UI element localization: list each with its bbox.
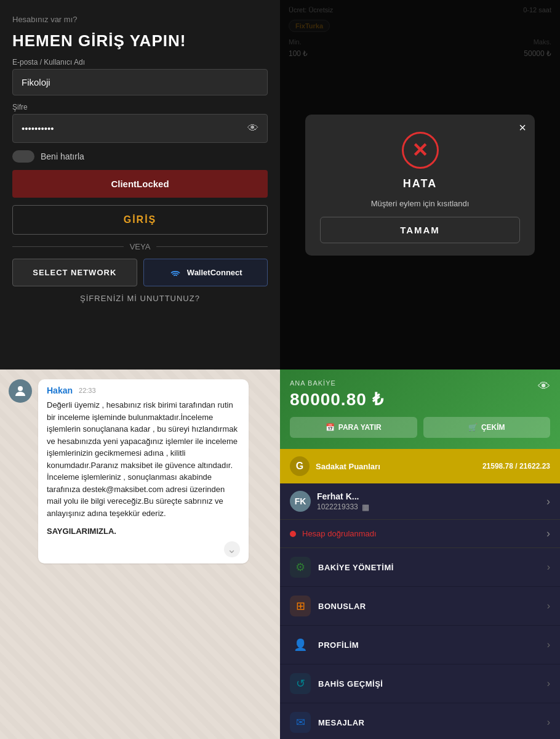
menu-list: ⚙ BAKİYE YÖNETİMİ › ⊞ BONUSLAR › 👤 PROFİ… bbox=[280, 548, 560, 739]
username: Ferhat K... bbox=[317, 491, 369, 501]
menu-item-3[interactable]: ↺ BAHİS GEÇMİŞİ › bbox=[280, 664, 560, 703]
menu-icon-0: ⚙ bbox=[290, 557, 311, 578]
account-panel: ANA BAKİYE 80000.80 ₺ 👁 📅 PARA YATIR 🛒 Ç… bbox=[280, 370, 560, 739]
sign-off-text: SAYGILARIMIZLA. bbox=[47, 527, 116, 536]
or-text: VEYA bbox=[130, 242, 151, 251]
verify-dot bbox=[290, 531, 296, 537]
menu-icon-2: 👤 bbox=[290, 634, 311, 655]
loyalty-points: 21598.78 / 21622.23 bbox=[482, 462, 550, 470]
email-label: E-posta / Kullanıcı Adı bbox=[12, 58, 268, 67]
sender-name: Hakan bbox=[47, 386, 73, 395]
loyalty-label: Sadakat Puanları bbox=[316, 462, 380, 471]
message-row: Hakan 22:33 Değerli üyemiz , hesabınız r… bbox=[9, 379, 271, 563]
modal-close-button[interactable]: × bbox=[519, 121, 526, 135]
wallet-connect-button[interactable]: WalletConnect bbox=[143, 259, 268, 286]
scroll-down-icon[interactable]: ⌄ bbox=[224, 541, 240, 557]
user-info: Ferhat K... 1022219333 ▦ bbox=[317, 491, 369, 512]
user-row-arrow: › bbox=[546, 495, 550, 508]
error-modal-panel: Ücret: Ücretsiz 0-12 saat FixTurka Min. … bbox=[280, 0, 560, 370]
message-time: 22:33 bbox=[79, 387, 96, 394]
password-label: Şifre bbox=[12, 103, 268, 111]
modal-overlay: × ✕ HATA Müşteri eylem için kısıtlandı T… bbox=[280, 0, 560, 370]
user-id: 1022219333 ▦ bbox=[317, 503, 369, 512]
password-input[interactable]: •••••••••• 👁︎ bbox=[12, 114, 268, 143]
menu-item-1[interactable]: ⊞ BONUSLAR › bbox=[280, 587, 560, 626]
wallet-connect-icon bbox=[169, 269, 182, 277]
menu-arrow-3: › bbox=[547, 678, 550, 689]
message-text: Değerli üyemiz , hesabınız risk birimi t… bbox=[47, 399, 240, 519]
menu-label-4: MESAJLAR bbox=[318, 718, 540, 727]
eye-icon[interactable]: 👁︎ bbox=[247, 122, 258, 135]
remember-toggle[interactable] bbox=[12, 150, 34, 163]
balance-label: ANA BAKİYE bbox=[290, 379, 550, 387]
error-modal: × ✕ HATA Müşteri eylem için kısıtlandı T… bbox=[305, 115, 535, 256]
menu-arrow-1: › bbox=[547, 600, 550, 612]
avatar bbox=[9, 379, 32, 403]
svg-point-0 bbox=[18, 386, 23, 391]
error-icon: ✕ bbox=[402, 132, 439, 169]
telegram-chat-panel: Hakan 22:33 Değerli üyemiz , hesabınız r… bbox=[0, 370, 280, 739]
login-button[interactable]: GİRİŞ bbox=[12, 205, 268, 235]
withdraw-icon: 🛒 bbox=[468, 423, 478, 432]
menu-arrow-0: › bbox=[547, 562, 550, 573]
menu-icon-3: ↺ bbox=[290, 673, 311, 694]
error-title: HATA bbox=[403, 177, 437, 190]
error-message: Müşteri eylem için kısıtlandı bbox=[371, 199, 470, 208]
remember-label: Beni hatırla bbox=[41, 151, 84, 161]
loyalty-row[interactable]: G Sadakat Puanları 21598.78 / 21622.23 bbox=[280, 449, 560, 483]
deposit-button[interactable]: 📅 PARA YATIR bbox=[290, 417, 417, 438]
login-title: HEMEN GİRİŞ YAPIN! bbox=[12, 31, 268, 50]
message-footer: ⌄ bbox=[47, 541, 240, 557]
email-input[interactable]: Fikoloji bbox=[12, 69, 268, 95]
password-group: Şifre •••••••••• 👁︎ bbox=[12, 103, 268, 143]
chat-area: Hakan 22:33 Değerli üyemiz , hesabınız r… bbox=[0, 370, 280, 739]
action-row: 📅 PARA YATIR 🛒 ÇEKİM bbox=[290, 417, 550, 438]
email-group: E-posta / Kullanıcı Adı Fikoloji bbox=[12, 58, 268, 95]
verification-row[interactable]: Hesap doğrulanmadı › bbox=[280, 520, 560, 548]
remember-row: Beni hatırla bbox=[12, 150, 268, 163]
menu-icon-4: ✉ bbox=[290, 712, 311, 733]
copy-icon[interactable]: ▦ bbox=[362, 503, 369, 512]
user-row[interactable]: FK Ferhat K... 1022219333 ▦ › bbox=[280, 483, 560, 520]
menu-arrow-4: › bbox=[547, 717, 550, 728]
menu-item-4[interactable]: ✉ MESAJLAR › bbox=[280, 703, 560, 739]
withdraw-button[interactable]: 🛒 ÇEKİM bbox=[423, 417, 551, 438]
balance-eye-icon[interactable]: 👁 bbox=[538, 379, 550, 394]
or-line-left bbox=[12, 246, 124, 247]
menu-arrow-2: › bbox=[547, 639, 550, 650]
menu-label-0: BAKİYE YÖNETİMİ bbox=[318, 563, 540, 572]
deposit-icon: 📅 bbox=[326, 423, 335, 432]
network-row: SELECT NETWORK WalletConnect bbox=[12, 259, 268, 286]
menu-label-2: PROFİLİM bbox=[318, 640, 540, 650]
loyalty-icon: G bbox=[290, 456, 310, 476]
has-account-text: Hesabınız var mı? bbox=[12, 15, 268, 24]
balance-card: ANA BAKİYE 80000.80 ₺ 👁 📅 PARA YATIR 🛒 Ç… bbox=[280, 370, 560, 449]
select-network-button[interactable]: SELECT NETWORK bbox=[12, 259, 137, 286]
verify-arrow: › bbox=[546, 527, 550, 540]
menu-icon-1: ⊞ bbox=[290, 596, 311, 616]
client-locked-button[interactable]: ClientLocked bbox=[12, 170, 268, 198]
or-line-right bbox=[156, 246, 268, 247]
menu-label-1: BONUSLAR bbox=[318, 602, 540, 611]
menu-item-0[interactable]: ⚙ BAKİYE YÖNETİMİ › bbox=[280, 548, 560, 587]
message-bubble: Hakan 22:33 Değerli üyemiz , hesabınız r… bbox=[38, 379, 249, 563]
sender-info-row: Hakan 22:33 bbox=[47, 386, 240, 395]
verify-text: Hesap doğrulanmadı bbox=[302, 529, 377, 538]
or-divider: VEYA bbox=[12, 242, 268, 251]
forgot-password-link[interactable]: ŞİFRENİZİ Mİ UNUTTUNUZ? bbox=[12, 294, 268, 303]
user-avatar: FK bbox=[290, 491, 311, 512]
menu-label-3: BAHİS GEÇMİŞİ bbox=[318, 679, 540, 689]
menu-item-2[interactable]: 👤 PROFİLİM › bbox=[280, 626, 560, 664]
ok-button[interactable]: TAMAM bbox=[320, 217, 520, 243]
login-panel: Hesabınız var mı? HEMEN GİRİŞ YAPIN! E-p… bbox=[0, 0, 280, 370]
balance-amount: 80000.80 ₺ bbox=[290, 389, 550, 410]
